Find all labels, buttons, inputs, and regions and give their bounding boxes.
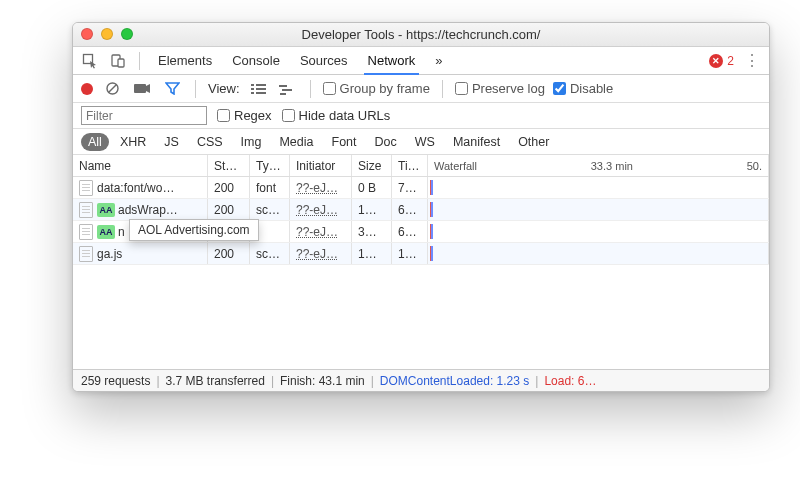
cell-time: 6… [392, 199, 428, 220]
type-ws[interactable]: WS [408, 133, 442, 151]
status-load: Load: 6… [544, 374, 596, 388]
window-title: Developer Tools - https://techcrunch.com… [73, 27, 769, 42]
file-icon [79, 202, 93, 218]
cell-status: 200 [208, 177, 250, 198]
preserve-log-label: Preserve log [472, 81, 545, 96]
filter-icon[interactable] [161, 78, 183, 100]
overview-icon[interactable] [276, 78, 298, 100]
tab-network[interactable]: Network [360, 47, 424, 74]
file-icon [79, 246, 93, 262]
tooltip: AOL Advertising.com [129, 219, 259, 241]
cell-type: font [250, 177, 290, 198]
tabs-overflow[interactable]: » [427, 47, 450, 74]
error-icon: ✕ [709, 54, 723, 68]
status-domcontentloaded: DOMContentLoaded: 1.23 s [380, 374, 529, 388]
device-toolbar-icon[interactable] [107, 50, 129, 72]
cell-status: 200 [208, 243, 250, 264]
preserve-log-checkbox[interactable]: Preserve log [455, 81, 545, 96]
status-bar: 259 requests | 3.7 MB transferred | Fini… [73, 369, 769, 391]
type-font[interactable]: Font [325, 133, 364, 151]
filter-row: Regex Hide data URLs [73, 103, 769, 129]
filter-input[interactable] [81, 106, 207, 125]
maximize-button[interactable] [121, 28, 133, 40]
tab-console[interactable]: Console [224, 47, 288, 74]
cell-time: 1… [392, 243, 428, 264]
cell-initiator[interactable]: ??-eJ… [296, 181, 338, 195]
svg-rect-5 [134, 84, 146, 93]
window-controls [81, 28, 133, 40]
disable-cache-checkbox[interactable]: Disable [553, 81, 613, 96]
table-row[interactable]: data:font/wo… 200 font ??-eJ… 0 B 7… [73, 177, 769, 199]
settings-kebab-icon[interactable]: ⋮ [740, 51, 763, 70]
error-count: 2 [727, 54, 734, 68]
svg-rect-8 [251, 88, 254, 90]
cell-time: 7… [392, 177, 428, 198]
waterfall-tick-right: 50. [747, 160, 762, 172]
type-manifest[interactable]: Manifest [446, 133, 507, 151]
regex-checkbox[interactable]: Regex [217, 108, 272, 123]
file-icon [79, 180, 93, 196]
error-badge[interactable]: ✕ 2 [709, 54, 734, 68]
cell-initiator[interactable]: ??-eJ… [296, 225, 338, 239]
tab-sources[interactable]: Sources [292, 47, 356, 74]
type-js[interactable]: JS [157, 133, 186, 151]
cell-waterfall [428, 177, 769, 198]
network-toolbar: View: Group by frame Preserve log Disabl… [73, 75, 769, 103]
type-img[interactable]: Img [234, 133, 269, 151]
hide-data-urls-label: Hide data URLs [299, 108, 391, 123]
group-by-frame-checkbox[interactable]: Group by frame [323, 81, 430, 96]
svg-rect-6 [251, 84, 254, 86]
clear-button[interactable] [101, 78, 123, 100]
inspect-icon[interactable] [79, 50, 101, 72]
cell-waterfall [428, 243, 769, 264]
type-all[interactable]: All [81, 133, 109, 151]
col-name[interactable]: Name [73, 155, 208, 176]
panel-tabs: Elements Console Sources Network » ✕ 2 ⋮ [73, 47, 769, 75]
type-other[interactable]: Other [511, 133, 556, 151]
svg-rect-14 [280, 93, 286, 95]
col-initiator[interactable]: Initiator [290, 155, 352, 176]
screenshot-icon[interactable] [131, 78, 153, 100]
table-row[interactable]: AAn ??-eJ… 3… 6… AOL Advertising.com [73, 221, 769, 243]
cell-size: 0 B [352, 177, 392, 198]
svg-line-4 [108, 85, 116, 93]
cell-type: sc… [250, 199, 290, 220]
ad-badge-icon: AA [97, 225, 115, 239]
group-by-frame-label: Group by frame [340, 81, 430, 96]
col-status[interactable]: St… [208, 155, 250, 176]
status-transferred: 3.7 MB transferred [166, 374, 265, 388]
svg-rect-10 [251, 92, 254, 94]
waterfall-tick-mid: 33.3 min [591, 160, 633, 172]
col-waterfall[interactable]: Waterfall 33.3 min 50. [428, 155, 769, 176]
devtools-window: Developer Tools - https://techcrunch.com… [72, 22, 770, 392]
large-rows-icon[interactable] [248, 78, 270, 100]
ad-badge-icon: AA [97, 203, 115, 217]
regex-label: Regex [234, 108, 272, 123]
svg-rect-9 [256, 88, 266, 90]
type-filter-row: All XHR JS CSS Img Media Font Doc WS Man… [73, 129, 769, 155]
type-xhr[interactable]: XHR [113, 133, 153, 151]
minimize-button[interactable] [101, 28, 113, 40]
table-header: Name St… Ty… Initiator Size Ti… Waterfal… [73, 155, 769, 177]
type-doc[interactable]: Doc [368, 133, 404, 151]
cell-initiator[interactable]: ??-eJ… [296, 203, 338, 217]
col-type[interactable]: Ty… [250, 155, 290, 176]
cell-type: sc… [250, 243, 290, 264]
table-row[interactable]: AAadsWrap… 200 sc… ??-eJ… 1… 6… [73, 199, 769, 221]
cell-waterfall [428, 221, 769, 242]
record-button[interactable] [81, 83, 93, 95]
cell-name: adsWrap… [118, 203, 178, 217]
close-button[interactable] [81, 28, 93, 40]
type-css[interactable]: CSS [190, 133, 230, 151]
col-time[interactable]: Ti… [392, 155, 428, 176]
type-media[interactable]: Media [272, 133, 320, 151]
cell-initiator[interactable]: ??-eJ… [296, 247, 338, 261]
cell-size: 1… [352, 243, 392, 264]
col-size[interactable]: Size [352, 155, 392, 176]
waterfall-label: Waterfall [434, 160, 477, 172]
tab-elements[interactable]: Elements [150, 47, 220, 74]
disable-cache-label: Disable [570, 81, 613, 96]
hide-data-urls-checkbox[interactable]: Hide data URLs [282, 108, 391, 123]
svg-rect-11 [256, 92, 266, 94]
table-row[interactable]: ga.js 200 sc… ??-eJ… 1… 1… [73, 243, 769, 265]
